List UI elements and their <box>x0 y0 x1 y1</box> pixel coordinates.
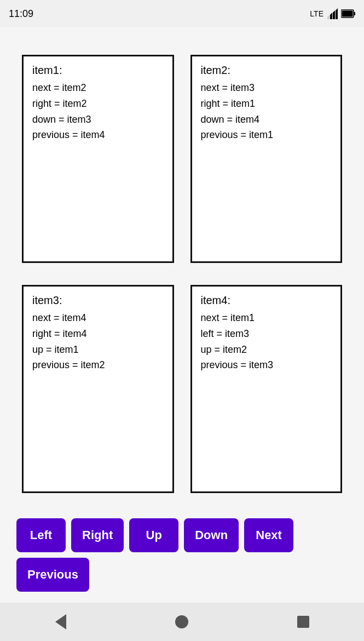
item2-prop-3: previous = item1 <box>201 127 332 143</box>
main-content: item1: next = item2 right = item2 down =… <box>0 27 364 603</box>
down-button[interactable]: Down <box>184 518 239 552</box>
items-grid: item1: next = item2 right = item2 down =… <box>11 38 353 510</box>
item4-prop-3: previous = item3 <box>201 357 332 373</box>
item3-title: item3: <box>32 294 164 307</box>
status-icons: LTE <box>310 8 355 19</box>
item1-prop-0: next = item2 <box>32 80 164 96</box>
svg-marker-0 <box>336 8 338 19</box>
item4-prop-2: up = item2 <box>201 342 332 358</box>
status-time: 11:09 <box>9 8 33 20</box>
back-nav-icon[interactable] <box>53 614 68 629</box>
item2-prop-1: right = item1 <box>201 96 332 112</box>
lte-icon: LTE <box>310 9 323 18</box>
svg-rect-6 <box>342 11 353 17</box>
item-box-2: item2: next = item3 right = item1 down =… <box>190 55 343 263</box>
item2-title: item2: <box>201 64 332 77</box>
item2-prop-2: down = item4 <box>201 112 332 128</box>
home-nav-icon[interactable] <box>174 614 189 629</box>
item3-prop-3: previous = item2 <box>32 357 164 373</box>
nav-bar <box>0 603 364 641</box>
svg-marker-2 <box>330 13 332 19</box>
item1-title: item1: <box>32 64 164 77</box>
item3-prop-0: next = item4 <box>32 310 164 326</box>
item-box-4: item4: next = item1 left = item3 up = it… <box>190 285 343 493</box>
previous-button[interactable]: Previous <box>16 558 89 592</box>
item1-prop-2: down = item3 <box>32 112 164 128</box>
item-box-1: item1: next = item2 right = item2 down =… <box>22 55 174 263</box>
svg-marker-1 <box>333 10 335 19</box>
button-row-2: Previous <box>16 558 348 592</box>
item4-prop-0: next = item1 <box>201 310 332 326</box>
button-area: Left Right Up Down Next Previous <box>11 510 353 603</box>
right-button[interactable]: Right <box>71 518 124 552</box>
svg-rect-5 <box>354 12 356 15</box>
item3-prop-1: right = item4 <box>32 326 164 342</box>
back-triangle <box>55 614 66 629</box>
up-button[interactable]: Up <box>129 518 178 552</box>
left-button[interactable]: Left <box>16 518 66 552</box>
signal-icon <box>327 8 338 19</box>
button-row-1: Left Right Up Down Next <box>16 518 348 552</box>
status-bar: 11:09 LTE <box>0 0 364 27</box>
next-button[interactable]: Next <box>244 518 293 552</box>
item4-title: item4: <box>201 294 332 307</box>
recents-nav-icon[interactable] <box>296 614 311 629</box>
svg-marker-3 <box>327 15 330 19</box>
item1-prop-1: right = item2 <box>32 96 164 112</box>
item-box-3: item3: next = item4 right = item4 up = i… <box>22 285 174 493</box>
home-circle <box>175 615 188 628</box>
battery-icon <box>341 9 355 18</box>
item2-prop-0: next = item3 <box>201 80 332 96</box>
item4-prop-1: left = item3 <box>201 326 332 342</box>
item1-prop-3: previous = item4 <box>32 127 164 143</box>
item3-prop-2: up = item1 <box>32 342 164 358</box>
recents-square <box>297 616 309 628</box>
